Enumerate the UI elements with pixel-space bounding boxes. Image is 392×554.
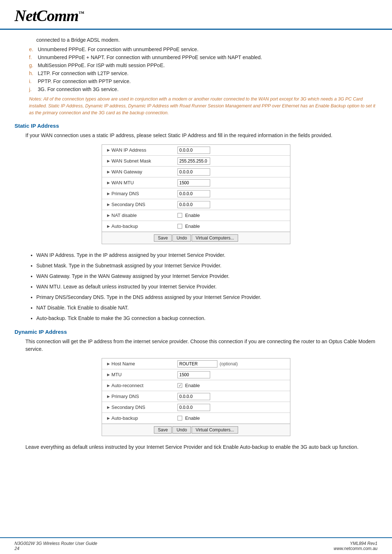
form-text-input[interactable] [177,201,210,208]
form-value [175,189,290,198]
form-row: ▶Auto-reconnect✓Enable [102,380,290,391]
intro-bridge-text: connected to a Bridge ADSL modem. [36,37,377,43]
bullet-item: Auto-backup. Tick Enable to make the 3G … [36,315,377,322]
form-value [175,370,290,379]
form-value [175,200,290,209]
form-button-save[interactable]: Save [154,426,172,434]
page-wrapper: NetComm™ connected to a Bridge ADSL mode… [0,0,392,554]
label-text: Host Name [111,361,135,366]
dynamic-ip-section: Dynamic IP Address This connection will … [15,329,377,451]
check-mark-icon: ✓ [179,383,181,387]
form-label: ▶Host Name [102,360,175,368]
footer: N3G002W 3G Wireless Router User Guide 24… [0,537,392,554]
static-bullet-list: WAN IP Address. Type in the IP address a… [36,251,377,322]
label-text: WAN Subnet Mask [111,158,151,164]
form-checkbox[interactable] [177,213,182,218]
arrow-icon: ▶ [107,405,110,409]
arrow-icon: ▶ [107,394,110,398]
form-text-input[interactable] [177,147,210,154]
dynamic-outro: Leave everything as default unless instr… [25,443,377,451]
form-text-input[interactable] [177,360,217,368]
lettered-item: i.PPTP. For connection with PPTP service… [29,78,377,84]
form-label: ▶Auto-backup [102,222,175,230]
list-content: L2TP. For connection with L2TP service. [38,70,377,76]
form-checkbox[interactable]: ✓ [177,383,182,388]
form-value [175,178,290,188]
footer-doc-name: N3G002W 3G Wireless Router User Guide [15,541,97,546]
form-row: ▶WAN Subnet Mask [102,156,290,167]
form-label: ▶WAN IP Address [102,146,175,154]
arrow-icon: ▶ [107,213,110,217]
arrow-icon: ▶ [107,148,110,152]
form-button-save[interactable]: Save [154,234,172,242]
form-text-input[interactable] [177,168,210,176]
bullet-item: WAN IP Address. Type in the IP address a… [36,251,377,259]
form-text-input[interactable] [177,157,210,165]
form-text-input[interactable] [177,393,210,400]
form-button-virtual-computers---[interactable]: Virtual Computers... [192,234,238,242]
form-button-undo[interactable]: Undo [172,234,191,242]
lettered-item: g.MultiSession PPPoE. For ISP with multi… [29,62,377,68]
arrow-icon: ▶ [107,362,110,366]
list-letter: g. [29,62,38,68]
form-value [175,403,290,412]
form-value: Enable [175,414,290,422]
arrow-icon: ▶ [107,224,110,228]
lettered-item: j.3G. For connection with 3G service. [29,86,377,92]
header: NetComm™ [0,0,392,30]
form-label: ▶Primary DNS [102,392,175,401]
list-letter: h. [29,70,38,76]
list-letter: f. [29,54,38,60]
label-text: Auto-backup [111,415,138,421]
form-text-input[interactable] [177,371,210,378]
checkbox-label: Enable [185,223,200,229]
form-label: ▶Primary DNS [102,189,175,198]
form-value: Enable [175,212,290,219]
form-value: (optional) [175,359,290,369]
label-text: WAN Gateway [111,169,142,175]
arrow-icon: ▶ [107,383,110,387]
form-label: ▶Auto-reconnect [102,381,175,390]
arrow-icon: ▶ [107,373,110,377]
logo-text: NetComm [15,7,78,25]
form-buttons-row: SaveUndoVirtual Computers... [102,232,290,244]
label-text: Primary DNS [111,394,139,399]
form-row: ▶Secondary DNS [102,199,290,210]
form-buttons-row: SaveUndoVirtual Computers... [102,424,290,436]
label-text: Secondary DNS [111,202,145,207]
form-text-input[interactable] [177,404,210,411]
label-text: MTU [111,372,122,377]
list-content: 3G. For connection with 3G service. [38,86,377,92]
arrow-icon: ▶ [107,181,110,185]
bullet-item: Primary DNS/Secondary DNS. Type in the D… [36,294,377,301]
form-checkbox[interactable] [177,416,182,420]
lettered-item: f.Unnumbered PPPoE + NAPT. For connectio… [29,54,377,60]
form-label: ▶Auto-backup [102,414,175,422]
form-button-undo[interactable]: Undo [172,426,191,434]
footer-left: N3G002W 3G Wireless Router User Guide 24 [15,541,97,551]
checkbox-label: Enable [185,213,200,218]
list-letter: e. [29,46,38,52]
checkbox-label: Enable [185,383,200,388]
bullet-item: WAN Gateway. Type in the WAN Gateway ass… [36,272,377,280]
label-text: WAN MTU [111,180,134,185]
form-row: ▶Secondary DNS [102,402,290,413]
form-text-input[interactable] [177,179,210,186]
dynamic-form: ▶Host Name(optional)▶MTU▶Auto-reconnect✓… [102,358,290,436]
footer-url: www.netcomm.com.au [334,546,377,551]
arrow-icon: ▶ [107,202,110,206]
arrow-icon: ▶ [107,159,110,163]
form-label: ▶WAN Subnet Mask [102,157,175,165]
form-value: ✓Enable [175,382,290,389]
label-text: Auto-reconnect [111,383,143,388]
label-text: NAT disable [111,213,137,218]
form-text-input[interactable] [177,190,210,197]
logo: NetComm™ [15,7,84,25]
form-label: ▶Secondary DNS [102,200,175,209]
form-checkbox[interactable] [177,224,182,229]
form-row: ▶Primary DNS [102,391,290,402]
form-button-virtual-computers---[interactable]: Virtual Computers... [192,426,238,434]
list-content: PPTP. For connection with PPTP service. [38,78,377,84]
lettered-list: e.Unnumbered PPPoE. For connection with … [29,46,377,92]
form-row: ▶Auto-backupEnable [102,413,290,424]
